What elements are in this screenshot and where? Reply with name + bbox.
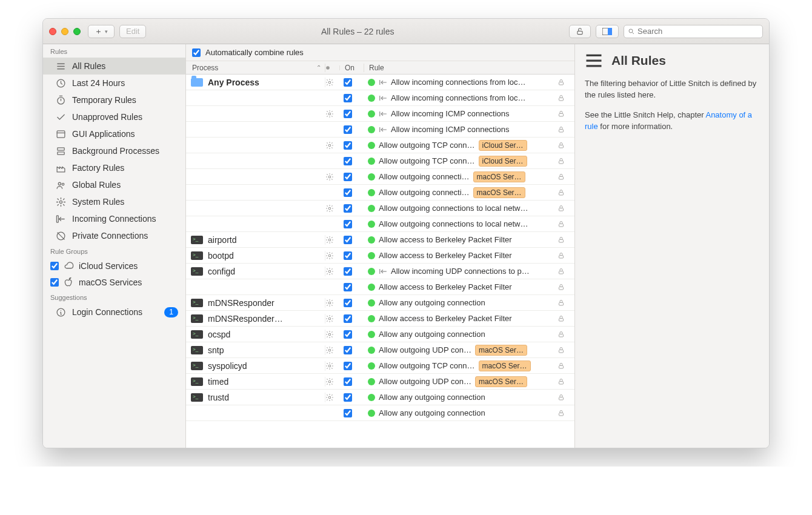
process-cell: trustd <box>186 393 325 402</box>
sidebar-item-private-connections[interactable]: Private Connections <box>43 227 185 244</box>
row-gear-icon <box>325 251 340 260</box>
rule-row[interactable]: mDNSResponder…Allow access to Berkeley P… <box>186 311 574 327</box>
rule-checkbox[interactable] <box>344 125 352 134</box>
rule-row[interactable]: Allow access to Berkeley Packet Filter <box>186 279 574 295</box>
sidebar-item-temporary-rules[interactable]: Temporary Rules <box>43 91 185 108</box>
incoming-icon <box>379 110 387 118</box>
search-field[interactable] <box>624 25 763 38</box>
rule-checkbox[interactable] <box>344 283 352 291</box>
rule-checkbox[interactable] <box>344 267 352 276</box>
column-process[interactable]: Process ⌃ <box>186 64 325 72</box>
lock-icon <box>557 299 574 307</box>
rule-row[interactable]: Allow incoming ICMP connections <box>186 106 574 122</box>
rule-checkbox[interactable] <box>344 393 352 402</box>
rule-checkbox[interactable] <box>344 377 352 386</box>
rule-row[interactable]: syspolicydAllow outgoing TCP conn…macOS … <box>186 358 574 374</box>
rule-enable <box>340 141 364 150</box>
rule-checkbox[interactable] <box>344 314 352 323</box>
rule-checkbox[interactable] <box>344 188 352 197</box>
chevron-down-icon: ▾ <box>105 28 108 35</box>
rule-row[interactable]: timedAllow outgoing UDP con…macOS Ser… <box>186 374 574 390</box>
rule-checkbox[interactable] <box>344 141 352 150</box>
sidebar-item-all-rules[interactable]: All Rules <box>43 58 185 75</box>
rule-row[interactable]: mDNSResponderAllow any outgoing connecti… <box>186 295 574 311</box>
sidebar-group-macos-services[interactable]: macOS Services <box>43 274 185 290</box>
svg-rect-18 <box>559 98 564 101</box>
process-name: sntp <box>208 345 224 355</box>
rule-checkbox[interactable] <box>344 251 352 260</box>
svg-point-31 <box>328 239 331 241</box>
process-name: syspolicyd <box>208 361 247 371</box>
rule-row[interactable]: Allow outgoing connecti…macOS Ser… <box>186 169 574 185</box>
rule-checkbox[interactable] <box>344 78 352 87</box>
rule-checkbox[interactable] <box>344 220 352 228</box>
zoom-window-button[interactable] <box>73 28 81 35</box>
rule-row[interactable]: Allow outgoing connecti…macOS Ser… <box>186 185 574 201</box>
sidebar-item-factory-rules[interactable]: Factory Rules <box>43 159 185 176</box>
rule-row[interactable]: trustdAllow any outgoing connection <box>186 390 574 405</box>
rule-checkbox[interactable] <box>344 94 352 102</box>
unlocked-icon <box>576 27 584 36</box>
sidebar-item-gui-applications[interactable]: GUI Applications <box>43 125 185 142</box>
window-icon <box>55 128 66 139</box>
rule-checkbox[interactable] <box>344 330 352 339</box>
rule-row[interactable]: Allow outgoing TCP conn…iCloud Ser… <box>186 138 574 153</box>
rule-cell: Allow incoming connections from loc… <box>364 93 557 102</box>
status-dot-icon <box>368 158 375 165</box>
column-on[interactable]: On <box>340 64 364 72</box>
status-dot-icon <box>368 378 375 385</box>
rule-checkbox[interactable] <box>344 362 352 370</box>
rule-row[interactable]: Allow outgoing connections to local netw… <box>186 216 574 232</box>
rule-checkbox[interactable] <box>344 299 352 307</box>
rule-checkbox[interactable] <box>344 236 352 244</box>
lock-icon <box>557 362 574 370</box>
rule-row[interactable]: configdAllow incoming UDP connections to… <box>186 264 574 279</box>
column-gear[interactable] <box>325 65 340 70</box>
rule-text: Allow incoming ICMP connections <box>391 125 510 134</box>
edit-button[interactable]: Edit <box>119 25 146 38</box>
rule-row[interactable]: airportdAllow access to Berkeley Packet … <box>186 232 574 248</box>
sidebar-item-global-rules[interactable]: Global Rules <box>43 176 185 193</box>
column-rule[interactable]: Rule <box>364 64 557 72</box>
search-input[interactable] <box>637 27 759 36</box>
rule-row[interactable]: bootpdAllow access to Berkeley Packet Fi… <box>186 248 574 264</box>
combine-rules-checkbox[interactable] <box>192 48 201 57</box>
rule-enable <box>340 236 364 244</box>
rule-row[interactable]: ocspdAllow any outgoing connection <box>186 327 574 342</box>
rule-text: Allow outgoing TCP conn… <box>379 156 475 165</box>
svg-point-50 <box>328 396 331 399</box>
rule-checkbox[interactable] <box>344 157 352 165</box>
rule-checkbox[interactable] <box>344 409 352 417</box>
combine-rules-row: Automatically combine rules <box>186 44 574 61</box>
rule-row[interactable]: Allow outgoing TCP conn…iCloud Ser… <box>186 153 574 169</box>
rule-row[interactable]: Allow incoming ICMP connections <box>186 122 574 138</box>
sidebar-item-unapproved-rules[interactable]: Unapproved Rules <box>43 108 185 125</box>
close-window-button[interactable] <box>49 28 56 35</box>
rule-row[interactable]: Allow any outgoing connection <box>186 405 574 421</box>
rule-checkbox[interactable] <box>344 173 352 181</box>
lock-toggle-button[interactable] <box>569 25 591 38</box>
sidebar-item-login-connections[interactable]: Login Connections1 <box>43 304 185 321</box>
minimize-window-button[interactable] <box>61 28 68 35</box>
window-controls <box>49 28 81 35</box>
lock-icon <box>557 314 574 323</box>
sidebar-group-icloud-services[interactable]: iCloud Services <box>43 258 185 274</box>
sidebar-item-last-24-hours[interactable]: Last 24 Hours <box>43 75 185 91</box>
rule-checkbox[interactable] <box>344 110 352 118</box>
sidebar-item-background-processes[interactable]: Background Processes <box>43 142 185 159</box>
group-checkbox[interactable] <box>50 262 59 270</box>
sidebar-toggle-button[interactable] <box>596 25 619 38</box>
sidebar-item-system-rules[interactable]: System Rules <box>43 193 185 210</box>
svg-rect-2 <box>608 28 612 35</box>
add-button[interactable]: ＋ ▾ <box>88 25 115 38</box>
rule-checkbox[interactable] <box>344 204 352 213</box>
rule-row[interactable]: Allow incoming connections from loc… <box>186 90 574 106</box>
status-dot-icon <box>368 79 375 86</box>
rule-row[interactable]: Allow outgoing connections to local netw… <box>186 201 574 216</box>
rule-row[interactable]: sntpAllow outgoing UDP con…macOS Ser… <box>186 342 574 358</box>
sidebar-item-incoming-connections[interactable]: Incoming Connections <box>43 210 185 227</box>
group-checkbox[interactable] <box>50 278 59 287</box>
status-dot-icon <box>368 252 375 259</box>
rule-row[interactable]: Any ProcessAllow incoming connections fr… <box>186 75 574 90</box>
rule-checkbox[interactable] <box>344 346 352 354</box>
